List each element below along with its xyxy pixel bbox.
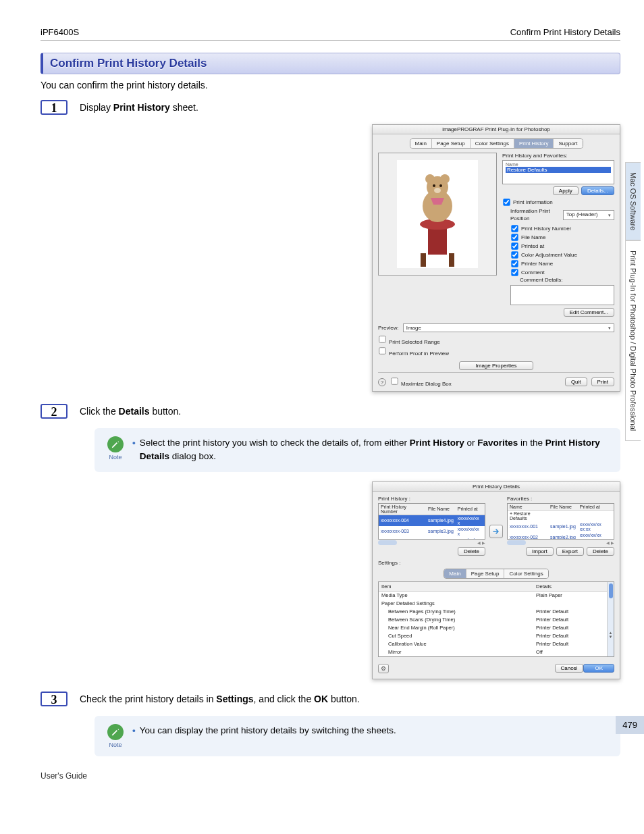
settings-table: ItemDetails Media TypePlain Paper Paper … xyxy=(378,581,614,657)
table-row: Between Pages (Drying Time)Printer Defau… xyxy=(379,608,607,616)
settings-tab-page-setup[interactable]: Page Setup xyxy=(466,569,505,578)
dialog1-title: imagePROGRAF Print Plug-In for Photoshop xyxy=(373,125,620,134)
intro-text: You can confirm the print history detail… xyxy=(41,80,620,90)
export-button[interactable]: Export xyxy=(556,547,584,556)
info-print-position-dropdown[interactable]: Top (Header) xyxy=(563,210,614,220)
table-row: Cut SpeedPrinter Default xyxy=(379,632,607,640)
favorites-selected-item[interactable]: Restore Defaults xyxy=(506,167,611,173)
cancel-button[interactable]: Cancel xyxy=(555,664,584,673)
header-left: iPF6400S xyxy=(41,27,79,37)
chk-perform-proof[interactable]: Perform Proof in Preview xyxy=(378,350,449,357)
move-to-favorites-button[interactable] xyxy=(489,525,503,538)
screenshot-2-row: Print History Details Print History : Pr… xyxy=(41,481,620,679)
chk-comment[interactable]: Comment xyxy=(510,268,614,277)
bullet-icon: • xyxy=(132,724,136,737)
note-icon xyxy=(107,436,124,452)
help-icon[interactable]: ? xyxy=(378,378,386,386)
svg-rect-4 xyxy=(449,253,454,267)
tab-support[interactable]: Support xyxy=(554,139,582,148)
chk-print-information[interactable]: Print Information xyxy=(502,198,614,207)
table-row: Media TypePlain Paper xyxy=(379,591,607,600)
table-row[interactable]: xxxxxxxx-002sample2.jpgxxxx/xx/xx x xyxy=(379,537,485,540)
chk-maximize[interactable]: Maximize Dialog Box xyxy=(390,377,452,387)
details-button[interactable]: Details... xyxy=(581,186,614,195)
note-1-label: Note xyxy=(104,454,127,461)
favorites-column: Favorites : NameFile NamePrinted at + Re… xyxy=(507,496,614,556)
gear-icon[interactable]: ⚙ xyxy=(378,664,389,673)
chk-print-selected-range[interactable]: Print Selected Range xyxy=(378,339,440,345)
note-icon xyxy=(107,724,124,740)
print-button[interactable]: Print xyxy=(591,377,614,386)
print-plugin-dialog: imagePROGRAF Print Plug-In for Photoshop… xyxy=(372,124,620,392)
section-title-wrap: Confirm Print History Details xyxy=(41,53,620,74)
step-3-text: Check the print history details in Setti… xyxy=(80,692,620,706)
note-2-text: • You can display the print history deta… xyxy=(132,724,611,737)
quit-button[interactable]: Quit xyxy=(565,377,587,386)
delete-history-button[interactable]: Delete xyxy=(458,547,485,556)
preview-label: Preview: xyxy=(378,325,399,331)
edit-comment-button[interactable]: Edit Comment... xyxy=(564,308,614,317)
svg-point-10 xyxy=(439,184,442,187)
print-history-label: Print History : xyxy=(378,496,485,502)
ok-button[interactable]: OK xyxy=(583,664,614,673)
page-header: iPF6400S Confirm Print History Details xyxy=(41,27,620,41)
note-1: Note • Select the print history you wish… xyxy=(95,428,620,472)
settings-scrollbar[interactable]: ▲▼ xyxy=(607,582,614,656)
svg-point-7 xyxy=(425,174,435,184)
step-3: 3 Check the print history details in Set… xyxy=(41,692,620,706)
table-row: Paper Detailed Settings xyxy=(379,600,607,608)
side-tab-macos[interactable]: Mac OS Software xyxy=(625,162,641,240)
table-row[interactable]: xxxxxxxx-003sample3.jpgxxxx/xx/xx x xyxy=(379,526,485,537)
table-row: Between Scans (Drying Time)Printer Defau… xyxy=(379,616,607,624)
side-tab-print-plugin[interactable]: Print Plug-In for Photoshop / Digital Ph… xyxy=(625,240,641,441)
import-button[interactable]: Import xyxy=(526,547,554,556)
dialog2-title: Print History Details xyxy=(373,482,620,492)
scrollbar-thumb[interactable] xyxy=(507,540,526,545)
chk-print-history-number[interactable]: Print History Number xyxy=(510,224,614,233)
bullet-icon: • xyxy=(132,436,136,464)
note-2: Note • You can display the print history… xyxy=(95,716,620,756)
table-row[interactable]: + Restore Defaults xyxy=(508,510,614,521)
side-tabs: Mac OS Software Print Plug-In for Photos… xyxy=(625,162,644,441)
chk-printer-name[interactable]: Printer Name xyxy=(510,259,614,268)
table-row[interactable]: xxxxxxxx-002sample2.jpgxxxx/xx/xx xx:xx xyxy=(508,532,614,540)
table-row: Calibration ValuePrinter Default xyxy=(379,640,607,648)
delete-favorite-button[interactable]: Delete xyxy=(587,547,614,556)
chk-color-adjustment-value[interactable]: Color Adjustment Value xyxy=(510,251,614,259)
note-1-text: • Select the print history you wish to c… xyxy=(132,436,611,464)
chk-file-name[interactable]: File Name xyxy=(510,233,614,242)
note-2-label: Note xyxy=(104,741,127,748)
chk-printed-at[interactable]: Printed at xyxy=(510,242,614,251)
favorites-label: Favorites : xyxy=(507,496,614,502)
image-properties-button[interactable]: Image Properties xyxy=(459,361,533,370)
preview-dropdown[interactable]: Image xyxy=(403,323,614,332)
table-row[interactable]: xxxxxxxx-004sample4.jpgxxxx/xx/xx x xyxy=(379,515,485,526)
table-row[interactable]: xxxxxxxx-001sample1.jpgxxxx/xx/xx xx:xx xyxy=(508,521,614,532)
print-information-options: Print Information Information Print Posi… xyxy=(502,198,614,305)
tab-color-settings[interactable]: Color Settings xyxy=(471,139,514,148)
tab-print-history[interactable]: Print History xyxy=(514,139,554,148)
settings-tab-main[interactable]: Main xyxy=(444,569,466,578)
tab-main[interactable]: Main xyxy=(410,139,432,148)
apply-button[interactable]: Apply xyxy=(553,186,579,195)
step-2-number: 2 xyxy=(41,404,68,419)
tab-page-setup[interactable]: Page Setup xyxy=(432,139,471,148)
settings-label: Settings : xyxy=(378,560,614,566)
screenshot-1-row: imagePROGRAF Print Plug-In for Photoshop… xyxy=(41,124,620,392)
page-number: 479 xyxy=(616,716,644,734)
print-history-table[interactable]: Print History NumberFile NamePrinted at … xyxy=(378,503,485,540)
comment-details-textarea[interactable] xyxy=(510,285,614,305)
step-1: 1 Display Print History sheet. xyxy=(41,100,620,115)
step-2-text: Click the Details button. xyxy=(80,404,620,419)
history-favorites-label: Print History and Favorites: xyxy=(502,153,614,159)
favorites-listbox[interactable]: Name Restore Defaults xyxy=(502,160,614,184)
settings-tab-color-settings[interactable]: Color Settings xyxy=(504,569,547,578)
print-history-details-dialog: Print History Details Print History : Pr… xyxy=(372,481,620,679)
svg-rect-3 xyxy=(421,253,426,267)
scrollbar-thumb[interactable] xyxy=(378,540,397,545)
preview-pane xyxy=(378,153,497,319)
dialog1-tabs: Main Page Setup Color Settings Print His… xyxy=(373,134,620,149)
table-row: MirrorOff xyxy=(379,648,607,656)
svg-point-11 xyxy=(434,188,441,193)
favorites-table[interactable]: NameFile NamePrinted at + Restore Defaul… xyxy=(507,503,614,540)
